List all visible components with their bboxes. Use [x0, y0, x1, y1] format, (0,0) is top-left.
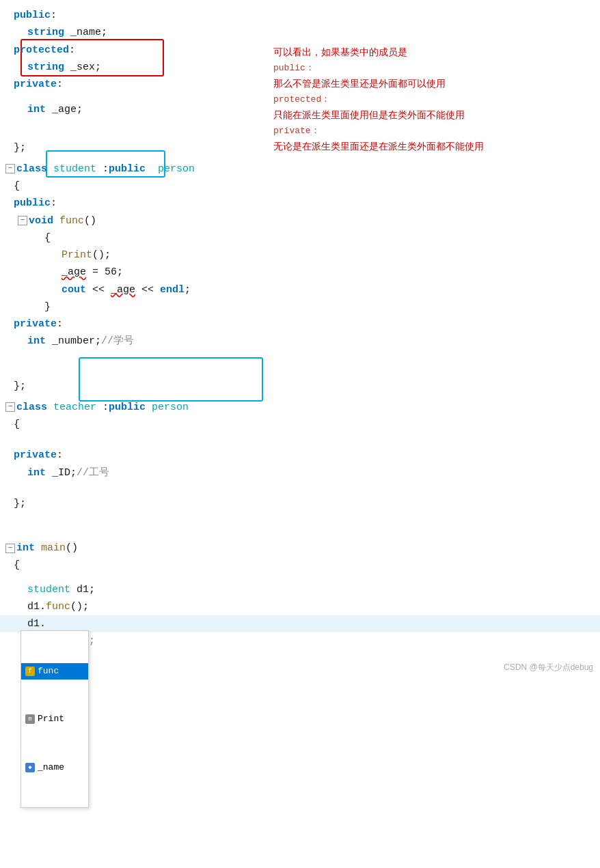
code-line: {	[0, 557, 600, 574]
code-line: private:	[0, 316, 600, 333]
spacer	[0, 574, 600, 581]
code-line-age-assign: _age = 56;	[0, 264, 600, 281]
code-line-func: − void func()	[0, 212, 600, 229]
code-line: public:	[0, 195, 600, 212]
ann-line5: 只能在派生类里面使用但是在类外面不能使用	[273, 107, 588, 124]
code-line: int _ID;//工号	[0, 464, 600, 481]
spacer	[0, 481, 600, 495]
collapse-func-icon[interactable]: −	[18, 216, 27, 225]
annotation-panel: 可以看出，如果基类中的成员是 public： 那么不管是派生类里还是外面都可以使…	[273, 44, 588, 154]
ann-code3: private：	[273, 124, 588, 139]
autocomplete-dropdown[interactable]: f func m Print ◆ _name	[21, 630, 89, 808]
code-line: }	[0, 298, 600, 316]
ann-code2: protected：	[273, 92, 588, 107]
code-line-class-student: − class student :public person	[0, 160, 600, 178]
autocomplete-label-print: Print	[38, 712, 64, 726]
spacer	[0, 433, 600, 447]
code-line: d1.func();	[0, 598, 600, 615]
watermark: CSDN @每天少点debug	[504, 661, 593, 674]
ann-line3: 那么不管是派生类里还是外面都可以使用	[273, 76, 588, 92]
collapse-teacher-icon[interactable]: −	[5, 402, 15, 412]
code-line: {	[0, 178, 600, 195]
code-editor: public: string _name; protected: string …	[0, 0, 600, 681]
code-line-class-teacher: − class teacher :public person	[0, 399, 600, 416]
code-line: private:	[0, 447, 600, 464]
code-line: Print();	[0, 247, 600, 264]
autocomplete-item-func[interactable]: f func	[21, 663, 88, 680]
autocomplete-label-name: _name	[38, 761, 64, 774]
code-line: };	[0, 378, 600, 395]
code-line: {	[0, 229, 600, 247]
collapse-main-icon[interactable]: −	[5, 544, 15, 553]
name-icon: ◆	[25, 763, 35, 772]
code-line: int _number;//学号	[0, 333, 600, 350]
code-line: string _name;	[0, 24, 600, 41]
spacer	[0, 650, 600, 657]
ann-line1: 可以看出，如果基类中的成员是	[273, 44, 588, 61]
spacer	[0, 512, 600, 540]
spacer	[0, 350, 600, 378]
code-line-main: − int main()	[0, 540, 600, 557]
code-line: public:	[0, 7, 600, 24]
print-icon: m	[25, 714, 35, 724]
ann-line7: 无论是在派生类里面还是在派生类外面都不能使用	[273, 139, 588, 155]
autocomplete-item-name[interactable]: ◆ _name	[21, 759, 88, 776]
autocomplete-item-print[interactable]: m Print	[21, 711, 88, 727]
code-line: };	[0, 495, 600, 512]
autocomplete-label-func: func	[38, 664, 59, 678]
code-line: student d1;	[0, 581, 600, 598]
ann-code1: public：	[273, 61, 588, 76]
code-line-cursor: d1. f func m Print ◆ _name	[0, 615, 600, 632]
collapse-icon[interactable]: −	[5, 164, 15, 173]
code-line-cout: cout << _age << endl;	[0, 281, 600, 298]
code-line: //Terit2();	[0, 632, 600, 649]
code-line: {	[0, 416, 600, 433]
func-icon: f	[25, 667, 35, 676]
